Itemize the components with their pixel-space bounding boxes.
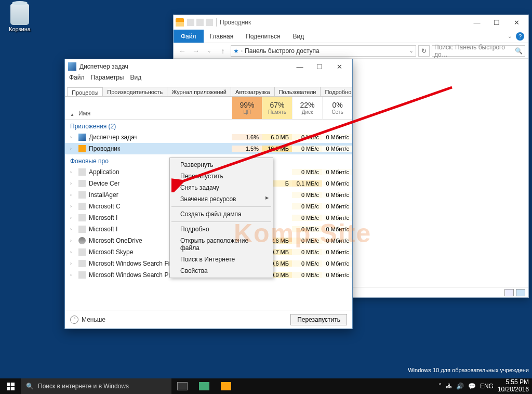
expand-icon[interactable]: › [70, 181, 75, 186]
minimize-button[interactable]: — [290, 60, 310, 73]
expand-icon[interactable]: › [70, 215, 75, 220]
address-text: Панель быстрого доступа [245, 47, 407, 55]
fewer-details-button[interactable]: ˄ Меньше [70, 316, 105, 324]
explorer-titlebar[interactable]: Проводник — ☐ ✕ [174, 15, 528, 30]
qat-item[interactable] [196, 19, 204, 26]
expand-icon[interactable]: › [70, 169, 75, 175]
expand-icon[interactable]: › [70, 192, 75, 198]
process-row[interactable]: ›Проводник1.5%16.9 МБ0 МБ/с0 Мбит/с [65, 143, 352, 154]
start-button[interactable] [0, 378, 21, 394]
tray-notifications-icon[interactable]: 💬 [468, 383, 476, 390]
tray-volume-icon[interactable]: 🔊 [456, 383, 464, 390]
restart-button[interactable]: Перезапустить [290, 314, 347, 325]
net-cell: 0 Мбит/с [322, 180, 352, 187]
expand-icon[interactable]: › [70, 272, 75, 278]
tm-tab[interactable]: Производительность [102, 87, 167, 96]
taskbar-app[interactable] [193, 378, 215, 394]
context-menu-item[interactable]: Снять задачу [171, 182, 272, 193]
disk-cell: 0 МБ/с [292, 203, 322, 209]
expand-icon[interactable]: › [70, 249, 75, 255]
expand-icon[interactable]: › [70, 261, 75, 266]
col-network[interactable]: 0%Сеть [322, 97, 352, 119]
disk-cell: 0 МБ/с [292, 192, 322, 198]
expand-ribbon-icon[interactable]: ⌄ [508, 33, 512, 39]
close-button[interactable]: ✕ [329, 60, 349, 73]
tray-language[interactable]: ENG [480, 383, 494, 390]
context-menu-item[interactable]: Развернуть [171, 159, 272, 170]
process-icon [78, 260, 86, 267]
process-name: Microsoft I [89, 214, 117, 221]
tm-tab[interactable]: Процессы [67, 87, 103, 97]
tray-clock[interactable]: 5:55 PM 10/20/2016 [498, 379, 529, 393]
explorer-icon [176, 18, 184, 27]
expand-icon[interactable]: › [70, 238, 75, 243]
context-menu-item[interactable]: Подробно [171, 224, 272, 235]
address-bar[interactable]: ★ › Панель быстрого доступа ⌄ [231, 45, 416, 57]
menu-options[interactable]: Параметры [91, 74, 124, 84]
nav-back-button[interactable]: ← [177, 45, 188, 57]
view-icons-button[interactable] [516, 289, 525, 296]
taskbar-explorer[interactable] [215, 378, 237, 394]
task-view-button[interactable] [171, 378, 193, 394]
qat-item[interactable] [206, 19, 213, 26]
mem-cell: 16.9 МБ [262, 146, 292, 152]
disk-cell: 0.1 МБ/с [292, 180, 322, 187]
context-menu-item[interactable]: Свойства [171, 265, 272, 277]
process-icon [78, 168, 86, 176]
search-placeholder: Поиск в интернете и в Windows [38, 383, 129, 390]
net-cell: 0 Мбит/с [322, 226, 352, 232]
context-menu-item[interactable]: Перезапустить [171, 170, 272, 182]
address-dropdown-icon[interactable]: ⌄ [409, 48, 414, 54]
help-icon[interactable]: ? [516, 32, 524, 41]
view-details-button[interactable] [504, 289, 514, 296]
tab-file[interactable]: Файл [174, 30, 204, 43]
col-cpu[interactable]: 99%ЦП [232, 97, 262, 119]
expand-icon[interactable]: › [70, 227, 75, 232]
process-icon [78, 203, 86, 210]
tab-view[interactable]: Вид [286, 30, 310, 43]
taskbar-search[interactable]: 🔍 Поиск в интернете и в Windows [21, 378, 171, 394]
expand-icon[interactable]: › [70, 146, 75, 151]
quick-access-icon: ★ [233, 47, 239, 55]
process-row[interactable]: ›Диспетчер задач1.6%6.0 МБ0 МБ/с0 Мбит/с [65, 132, 352, 143]
close-button[interactable]: ✕ [507, 16, 526, 29]
nav-history-button[interactable]: ⌄ [204, 45, 215, 57]
disk-cell: 0 МБ/с [292, 146, 322, 152]
process-name: Диспетчер задач [89, 134, 138, 141]
tab-share[interactable]: Поделиться [240, 30, 286, 43]
context-menu-item[interactable]: Открыть расположение файла [171, 235, 272, 254]
col-disk[interactable]: 22%Диск [292, 97, 322, 119]
col-name[interactable]: ▲Имя [65, 97, 232, 119]
context-menu-item[interactable]: Значения ресурсов [171, 193, 272, 205]
expand-icon[interactable]: › [70, 204, 75, 209]
process-name: Microsoft C [89, 203, 121, 210]
tm-tab[interactable]: Автозагрузка [231, 87, 275, 96]
process-icon [78, 134, 86, 141]
nav-up-button[interactable]: ↑ [217, 45, 229, 57]
minimize-button[interactable]: — [467, 16, 487, 29]
tray-chevron-icon[interactable]: ˄ [438, 383, 442, 390]
context-menu-item[interactable]: Создать файл дампа [171, 208, 272, 220]
context-menu-item[interactable]: Поиск в Интернете [171, 254, 272, 265]
maximize-button[interactable]: ☐ [310, 60, 329, 73]
refresh-button[interactable]: ↻ [418, 45, 430, 57]
tm-tab[interactable]: Пользователи [274, 87, 321, 96]
qat-item[interactable] [187, 19, 194, 26]
nav-forward-button[interactable]: → [190, 45, 202, 57]
menu-file[interactable]: Файл [69, 74, 85, 84]
menu-view[interactable]: Вид [130, 74, 141, 84]
tray-network-icon[interactable]: 🖧 [446, 383, 452, 390]
recycle-bin[interactable]: Корзина [6, 4, 33, 32]
maximize-button[interactable]: ☐ [487, 16, 507, 29]
tab-home[interactable]: Главная [204, 30, 240, 43]
tm-tab[interactable]: Журнал приложений [167, 87, 231, 96]
process-icon [78, 248, 86, 256]
col-memory[interactable]: 67%Память [262, 97, 292, 119]
tm-tab[interactable]: Подробности [320, 87, 352, 96]
tm-titlebar[interactable]: Диспетчер задач — ☐ ✕ [65, 59, 352, 74]
ribbon-tabs: Файл Главная Поделиться Вид ⌄ ? [174, 30, 528, 43]
expand-icon[interactable]: › [70, 135, 75, 140]
search-input[interactable]: Поиск: Панель быстрого до… 🔍 [432, 45, 525, 57]
disk-cell: 0 МБ/с [292, 226, 322, 232]
tm-tabs: ПроцессыПроизводительностьЖурнал приложе… [65, 84, 352, 97]
